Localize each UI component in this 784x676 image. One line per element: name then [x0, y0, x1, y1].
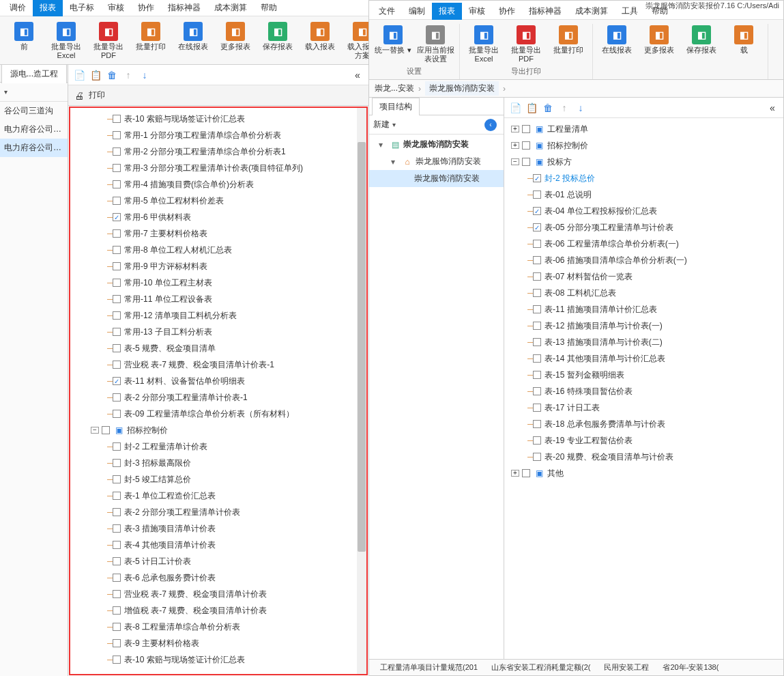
checkbox[interactable]: [533, 191, 541, 199]
ribbon-btn-在线报表[interactable]: ◧在线报表: [596, 24, 638, 56]
tree-item[interactable]: 常用-11 单位工程设备表: [70, 291, 366, 307]
project-row[interactable]: 电力府谷公司三...: [0, 120, 68, 139]
tree-item[interactable]: 常用-9 甲方评标材料表: [70, 258, 366, 274]
tree-item[interactable]: 封-3 招标最高限价: [70, 455, 366, 471]
ribbon-btn-保存报表[interactable]: ◧保存报表: [680, 24, 723, 56]
tree-folder[interactable]: +▣工程量清单: [504, 121, 783, 137]
collapse-icon[interactable]: «: [767, 102, 778, 113]
checkbox[interactable]: [113, 180, 121, 188]
tree-item[interactable]: 表-19 专业工程暂估价表: [504, 432, 783, 449]
checkbox[interactable]: [113, 246, 121, 254]
tree-item[interactable]: 表-2 分部分项工程量清单计价表-1: [70, 389, 366, 406]
ribbon-btn-载入报表[interactable]: ◧载入报表: [299, 20, 341, 61]
checkbox[interactable]: [113, 344, 121, 352]
menu-item-报表[interactable]: 报表: [33, 0, 63, 16]
checkbox[interactable]: [113, 311, 121, 320]
tree-item[interactable]: 常用-3 分部分项工程量清单计价表(项目特征单列): [70, 160, 366, 176]
checkbox[interactable]: [533, 256, 541, 264]
tree-item[interactable]: 表-13 措施项目清单与计价表(二): [504, 334, 783, 350]
tree-item[interactable]: 常用-10 单位工程主材表: [70, 274, 366, 291]
expand-icon[interactable]: +: [511, 126, 519, 132]
tree-folder[interactable]: −▣投标方: [504, 154, 783, 170]
checkbox[interactable]: [533, 404, 541, 412]
breadcrumb-item[interactable]: 崇龙服饰消防安装: [425, 81, 499, 96]
checkbox[interactable]: [113, 262, 121, 270]
checkbox[interactable]: [522, 158, 530, 166]
collapse-toggle-icon[interactable]: ‹: [484, 119, 497, 131]
tree-item[interactable]: 表-01 总说明: [504, 186, 783, 203]
checkbox[interactable]: [533, 240, 541, 248]
checkbox[interactable]: [533, 354, 541, 363]
project-row[interactable]: 谷公司三道沟: [0, 102, 68, 120]
checkbox[interactable]: [533, 289, 541, 297]
tree-item[interactable]: 常用-5 单位工程材料价差表: [70, 193, 366, 209]
menu-item-指标神器[interactable]: 指标神器: [161, 0, 207, 16]
tree-item[interactable]: 表-10 索赔与现场签证计价汇总表: [70, 651, 366, 668]
tree-item[interactable]: 常用-12 清单项目工料机分析表: [70, 307, 366, 324]
checkbox[interactable]: [113, 279, 121, 287]
expand-icon[interactable]: +: [511, 470, 519, 477]
new-button-right[interactable]: 新建 ▾: [373, 119, 396, 130]
expand-icon[interactable]: −: [511, 158, 519, 165]
tree-item[interactable]: 表-6 总承包服务费计价表: [70, 569, 366, 586]
new-button-left[interactable]: ▾: [4, 88, 8, 96]
checkbox[interactable]: [522, 125, 530, 133]
checkbox[interactable]: [113, 131, 121, 139]
checkbox[interactable]: [533, 322, 541, 330]
tree-item[interactable]: 常用-1 分部分项工程量清单综合单价分析表: [70, 127, 366, 143]
checkbox[interactable]: [113, 442, 121, 451]
checkbox[interactable]: ✓: [533, 207, 541, 215]
ribbon-btn-更多报表[interactable]: ◧更多报表: [214, 20, 257, 61]
ribbon-btn-在线报表[interactable]: ◧在线报表: [172, 20, 214, 61]
struct-row[interactable]: ▾▤崇龙服饰消防安装: [369, 136, 504, 153]
checkbox[interactable]: [533, 272, 541, 281]
menu-item-帮助[interactable]: 帮助: [254, 0, 284, 16]
expand-icon[interactable]: +: [511, 142, 519, 149]
tree-folder[interactable]: −▣招标控制价: [70, 422, 366, 438]
tree-item[interactable]: 表-9 主要材料价格表: [70, 635, 366, 651]
checkbox[interactable]: [113, 361, 121, 369]
move-down-icon[interactable]: ↓: [139, 70, 150, 81]
paste-icon[interactable]: 📋: [90, 70, 101, 81]
tree-item[interactable]: 表-14 其他项目清单与计价汇总表: [504, 350, 783, 367]
ribbon-btn-批量打印[interactable]: ◧批量打印: [547, 24, 590, 65]
ribbon-btn-批量打印[interactable]: ◧批量打印: [130, 20, 172, 61]
checkbox[interactable]: [113, 557, 121, 565]
ribbon-btn-保存报表[interactable]: ◧保存报表: [257, 20, 299, 61]
tree-item[interactable]: 表-12 措施项目清单与计价表(一): [504, 318, 783, 334]
tree-item[interactable]: 表-8 工程量清单综合单价分析表: [70, 619, 366, 635]
collapse-icon[interactable]: «: [352, 70, 363, 81]
checkbox[interactable]: ✓: [113, 377, 121, 385]
ribbon-btn-更多报表[interactable]: ◧更多报表: [638, 24, 680, 56]
tree-item[interactable]: 常用-7 主要材料价格表: [70, 225, 366, 242]
ribbon-btn-应用当前报表设置[interactable]: ◧应用当前报表设置: [414, 24, 456, 65]
tree-folder[interactable]: +▣其他: [504, 465, 783, 481]
checkbox[interactable]: [113, 606, 121, 615]
copy-icon[interactable]: 📄: [74, 70, 85, 81]
tree-item[interactable]: 常用-2 分部分项工程量清单综合单价分析表1: [70, 143, 366, 160]
tree-item[interactable]: 表-5 计日工计价表: [70, 553, 366, 569]
move-down-icon[interactable]: ↓: [575, 102, 586, 113]
move-up-icon[interactable]: ↑: [123, 70, 134, 81]
menu-item-审核[interactable]: 审核: [101, 0, 131, 16]
tree-item[interactable]: 表-16 特殊项目暂估价表: [504, 383, 783, 399]
tree-item[interactable]: 表-20 规费、税金项目清单与计价表: [504, 449, 783, 465]
tree-item[interactable]: 表-2 分部分项工程量清单计价表: [70, 504, 366, 520]
checkbox[interactable]: [113, 147, 121, 156]
struct-tab[interactable]: 项目结构: [372, 98, 420, 115]
menu-item-成本测算[interactable]: 成本测算: [207, 0, 254, 16]
ribbon-btn-批量导出Excel[interactable]: ◧批量导出Excel: [463, 24, 505, 65]
tree-item[interactable]: 表-06 工程量清单综合单价分析表(一): [504, 236, 783, 252]
checkbox[interactable]: [113, 623, 121, 631]
checkbox[interactable]: [522, 141, 530, 150]
checkbox[interactable]: [533, 371, 541, 379]
tree-item[interactable]: 常用-8 单位工程人材机汇总表: [70, 242, 366, 258]
checkbox[interactable]: [113, 524, 121, 533]
tree-item[interactable]: 表-10 索赔与现场签证计价汇总表: [70, 111, 366, 127]
menu-item-协作[interactable]: 协作: [492, 3, 522, 20]
menu-item-调价[interactable]: 调价: [3, 0, 33, 16]
ribbon-btn-统一替换[interactable]: ◧统一替换 ▾: [372, 24, 414, 65]
struct-row[interactable]: 崇龙服饰消防安装: [369, 170, 504, 187]
tree-item[interactable]: 表-08 工料机汇总表: [504, 285, 783, 301]
checkbox[interactable]: [113, 574, 121, 582]
